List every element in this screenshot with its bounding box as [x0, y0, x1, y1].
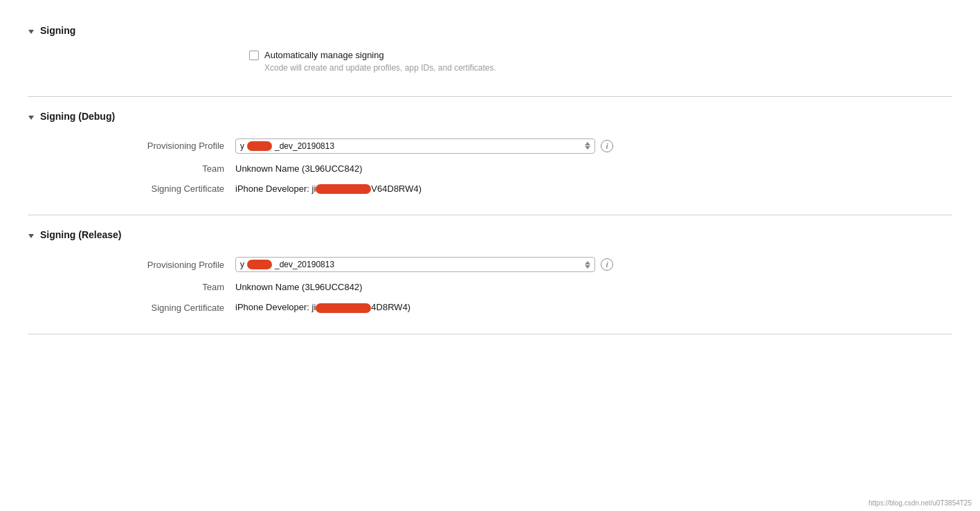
- release-cert-label: Signing Certificate: [28, 303, 235, 313]
- signing-debug-chevron-icon[interactable]: [28, 113, 35, 120]
- signing-title: Signing: [40, 25, 75, 36]
- debug-cert-value: iPhone Developer: jiV64D8RW4): [235, 183, 421, 195]
- svg-marker-0: [28, 30, 34, 34]
- signing-content: Automatically manage signing Xcode will …: [28, 44, 952, 93]
- debug-provisioning-prefix: y: [240, 141, 244, 151]
- release-provisioning-redacted: [247, 260, 272, 269]
- release-team-value: Unknown Name (3L96UCC842): [235, 282, 363, 292]
- signing-release-form: Provisioning Profile y_dev_20190813 i: [28, 249, 952, 331]
- signing-debug-title: Signing (Debug): [40, 111, 115, 122]
- release-provisioning-select[interactable]: y_dev_20190813: [235, 257, 595, 272]
- release-cert-value: iPhone Developer: ji4D8RW4): [235, 302, 410, 313]
- debug-provisioning-info-icon[interactable]: i: [601, 140, 613, 152]
- release-team-label: Team: [28, 282, 235, 292]
- debug-cert-suffix: V64D8RW4): [371, 183, 421, 194]
- signing-chevron-icon[interactable]: [28, 27, 35, 34]
- debug-provisioning-arrow-down: [585, 146, 590, 150]
- divider-3: [28, 334, 952, 334]
- debug-cert-row: Signing Certificate iPhone Developer: ji…: [28, 183, 952, 195]
- release-team-row: Team Unknown Name (3L96UCC842): [28, 282, 952, 292]
- debug-provisioning-select[interactable]: y_dev_20190813: [235, 138, 595, 154]
- divider-1: [28, 96, 952, 97]
- signing-header: Signing: [28, 14, 952, 44]
- debug-provisioning-row: Provisioning Profile y_dev_20190813 i: [28, 138, 952, 154]
- signing-section: Signing Automatically manage signing Xco…: [28, 14, 952, 93]
- debug-provisioning-suffix: _dev_20190813: [275, 141, 334, 151]
- release-provisioning-label: Provisioning Profile: [28, 260, 235, 270]
- release-provisioning-prefix: y: [240, 260, 244, 269]
- auto-sign-label: Automatically manage signing: [264, 50, 496, 60]
- debug-cert-prefix: iPhone Developer: ji: [235, 183, 316, 194]
- release-provisioning-arrow-up: [585, 261, 590, 265]
- auto-sign-checkbox-area: Automatically manage signing Xcode will …: [249, 50, 496, 74]
- debug-provisioning-redacted: [247, 141, 272, 151]
- auto-sign-text-block: Automatically manage signing Xcode will …: [264, 50, 496, 74]
- signing-debug-section: Signing (Debug) Provisioning Profile y_d…: [28, 100, 952, 213]
- signing-release-chevron-icon[interactable]: [28, 231, 35, 238]
- release-provisioning-arrow-down: [585, 265, 590, 269]
- url-bar: https://blog.csdn.net/u0T3854T25: [869, 499, 972, 507]
- signing-release-title: Signing (Release): [40, 229, 121, 240]
- main-container: Signing Automatically manage signing Xco…: [0, 0, 980, 351]
- debug-provisioning-arrows: [585, 142, 590, 150]
- signing-release-header: Signing (Release): [28, 218, 952, 249]
- release-provisioning-row: Provisioning Profile y_dev_20190813 i: [28, 257, 952, 272]
- debug-provisioning-select-text: y_dev_20190813: [240, 141, 334, 151]
- debug-team-label: Team: [28, 163, 235, 174]
- signing-release-section: Signing (Release) Provisioning Profile y…: [28, 218, 952, 331]
- debug-provisioning-label: Provisioning Profile: [28, 141, 235, 151]
- release-provisioning-arrows: [585, 261, 590, 269]
- debug-team-row: Team Unknown Name (3L96UCC842): [28, 163, 952, 174]
- debug-provisioning-select-wrapper: y_dev_20190813 i: [235, 138, 613, 154]
- auto-sign-desc: Xcode will create and update profiles, a…: [264, 62, 496, 74]
- release-cert-redacted: [316, 303, 371, 313]
- release-cert-suffix: 4D8RW4): [371, 302, 410, 312]
- signing-debug-form: Provisioning Profile y_dev_20190813 i: [28, 130, 952, 213]
- debug-cert-redacted: [316, 184, 371, 194]
- auto-sign-checkbox[interactable]: [249, 51, 259, 60]
- release-cert-prefix: iPhone Developer: ji: [235, 302, 316, 312]
- svg-marker-1: [28, 116, 34, 120]
- divider-2: [28, 215, 952, 215]
- release-provisioning-info-icon[interactable]: i: [601, 258, 613, 271]
- release-provisioning-select-text: y_dev_20190813: [240, 260, 334, 269]
- debug-provisioning-arrow-up: [585, 142, 590, 145]
- debug-team-value: Unknown Name (3L96UCC842): [235, 163, 363, 174]
- signing-debug-header: Signing (Debug): [28, 100, 952, 130]
- debug-cert-label: Signing Certificate: [28, 183, 235, 194]
- release-cert-row: Signing Certificate iPhone Developer: ji…: [28, 302, 952, 313]
- auto-sign-row: Automatically manage signing Xcode will …: [28, 50, 952, 74]
- release-provisioning-select-wrapper: y_dev_20190813 i: [235, 257, 613, 272]
- svg-marker-2: [28, 234, 34, 238]
- release-provisioning-suffix: _dev_20190813: [275, 260, 334, 269]
